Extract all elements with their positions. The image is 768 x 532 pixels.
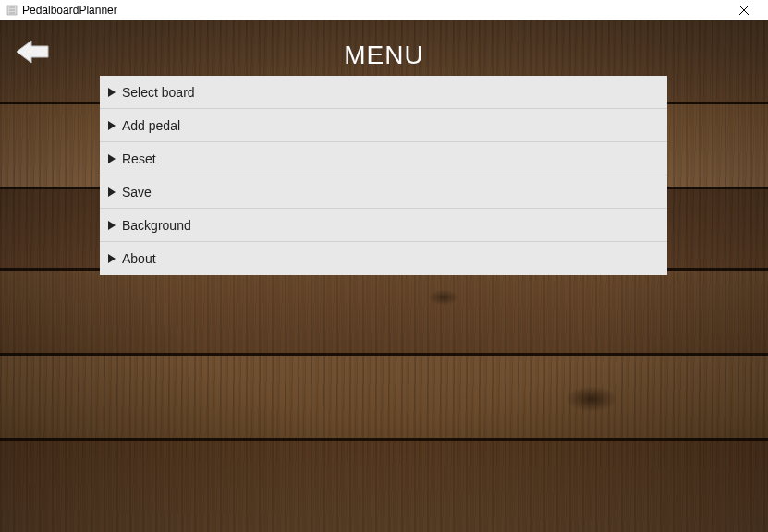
window-title: PedalboardPlanner bbox=[22, 4, 117, 17]
titlebar: PedalboardPlanner bbox=[0, 0, 768, 20]
menu-panel: Select board Add pedal Reset bbox=[100, 76, 667, 275]
menu-item-select-board[interactable]: Select board bbox=[100, 76, 667, 109]
chevron-right-icon bbox=[105, 154, 118, 163]
chevron-right-icon bbox=[105, 121, 118, 130]
menu-item-label: Save bbox=[122, 185, 152, 200]
menu-item-label: Select board bbox=[122, 85, 195, 100]
menu-item-add-pedal[interactable]: Add pedal bbox=[100, 109, 667, 142]
menu-item-background[interactable]: Background bbox=[100, 209, 667, 242]
menu-item-label: Reset bbox=[122, 151, 156, 166]
menu-item-label: About bbox=[122, 251, 156, 266]
menu-item-label: Background bbox=[122, 218, 191, 233]
chevron-right-icon bbox=[105, 254, 118, 263]
menu-item-label: Add pedal bbox=[122, 118, 180, 133]
svg-marker-7 bbox=[108, 88, 116, 97]
menu-item-about[interactable]: About bbox=[100, 242, 667, 275]
menu-item-reset[interactable]: Reset bbox=[100, 142, 667, 175]
app-window: PedalboardPlanner MENU bbox=[0, 0, 768, 532]
content-overlay: MENU Select board Add pedal bbox=[0, 20, 768, 532]
svg-marker-11 bbox=[108, 221, 116, 230]
menu-title: MENU bbox=[0, 41, 768, 70]
svg-marker-10 bbox=[108, 187, 116, 197]
titlebar-left: PedalboardPlanner bbox=[6, 4, 117, 17]
app-icon bbox=[6, 4, 18, 17]
svg-marker-8 bbox=[108, 121, 116, 130]
svg-marker-12 bbox=[108, 254, 116, 263]
chevron-right-icon bbox=[105, 221, 118, 230]
client-area: MENU Select board Add pedal bbox=[0, 20, 768, 532]
svg-marker-9 bbox=[108, 154, 116, 163]
chevron-right-icon bbox=[105, 187, 118, 197]
close-button[interactable] bbox=[725, 0, 762, 20]
menu-item-save[interactable]: Save bbox=[100, 175, 667, 209]
chevron-right-icon bbox=[105, 88, 118, 97]
